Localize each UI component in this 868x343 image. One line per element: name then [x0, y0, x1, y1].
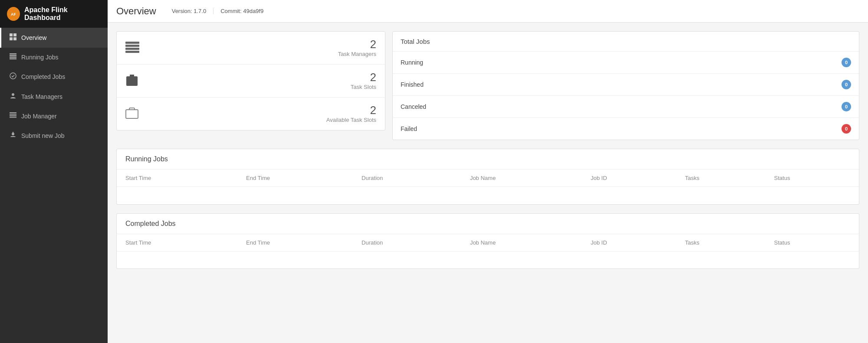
task-managers-value-block: 2 Task Managers: [338, 39, 376, 57]
page-title: Overview: [116, 6, 156, 17]
col-job-name-completed: Job Name: [461, 234, 582, 252]
col-end-time-completed: End Time: [237, 234, 353, 252]
svg-rect-6: [10, 53, 16, 55]
task-slots-stat-icon: [125, 75, 138, 88]
available-slots-value-block: 2 Available Task Slots: [326, 105, 376, 123]
svg-rect-13: [10, 114, 16, 115]
running-label: Running: [401, 59, 423, 66]
stats-row: 2 Task Managers 2 Task Slots: [116, 31, 859, 140]
sidebar-label-job-manager: Job Manager: [21, 113, 57, 120]
stats-cards: 2 Task Managers 2 Task Slots: [116, 31, 385, 131]
sidebar-item-submit-job[interactable]: Submit new Job: [0, 126, 108, 146]
total-jobs-header: Total Jobs: [393, 32, 859, 52]
col-job-id-completed: Job ID: [582, 234, 676, 252]
canceled-label: Canceled: [401, 103, 426, 110]
job-manager-icon: [9, 112, 17, 120]
stat-card-available-slots: 2 Available Task Slots: [117, 98, 385, 130]
task-slots-count: 2: [351, 72, 376, 83]
running-jobs-section: Running Jobs Start Time End Time Duratio…: [116, 149, 859, 205]
app-title: Apache Flink Dashboard: [24, 6, 101, 22]
version-badge: Version: 1.7.0: [165, 8, 214, 14]
running-jobs-icon: [9, 53, 17, 61]
svg-rect-4: [10, 37, 13, 40]
completed-jobs-title: Completed Jobs: [117, 214, 859, 234]
svg-rect-7: [10, 55, 16, 56]
col-start-time-completed: Start Time: [117, 234, 237, 252]
svg-rect-3: [13, 33, 16, 36]
svg-rect-8: [10, 57, 16, 58]
main-content: Overview Version: 1.7.0 Commit: 49da9f9: [108, 0, 868, 343]
svg-point-11: [12, 93, 14, 96]
svg-rect-18: [125, 42, 139, 44]
sidebar-label-completed-jobs: Completed Jobs: [21, 73, 65, 80]
failed-badge: 0: [842, 124, 851, 134]
completed-jobs-header-row: Start Time End Time Duration Job Name Jo…: [117, 234, 859, 252]
sidebar-item-running-jobs[interactable]: Running Jobs: [0, 48, 108, 67]
app-logo: AF: [7, 7, 20, 21]
task-managers-icon: [9, 92, 17, 101]
svg-rect-23: [130, 75, 134, 77]
submit-job-icon: [9, 131, 17, 140]
stat-card-task-slots: 2 Task Slots: [117, 65, 385, 98]
svg-text:AF: AF: [11, 12, 16, 16]
svg-rect-9: [10, 58, 16, 59]
col-start-time-running: Start Time: [117, 170, 237, 187]
sidebar-header: AF Apache Flink Dashboard: [0, 0, 108, 28]
sidebar-label-task-managers: Task Managers: [21, 93, 62, 100]
sidebar-label-running-jobs: Running Jobs: [21, 54, 59, 61]
svg-rect-2: [10, 33, 13, 36]
task-managers-count: 2: [338, 39, 376, 50]
sidebar-label-overview: Overview: [21, 34, 46, 41]
running-jobs-table: Start Time End Time Duration Job Name Jo…: [117, 170, 859, 204]
svg-rect-14: [10, 115, 16, 116]
content-area: 2 Task Managers 2 Task Slots: [108, 23, 868, 278]
available-slots-label: Available Task Slots: [326, 117, 376, 123]
sidebar-item-job-manager[interactable]: Job Manager: [0, 107, 108, 126]
commit-badge: Commit: 49da9f9: [214, 8, 270, 14]
svg-rect-21: [125, 51, 139, 53]
sidebar-item-task-managers[interactable]: Task Managers: [0, 87, 108, 107]
jobs-row-running: Running 0: [393, 52, 859, 74]
running-jobs-header-row: Start Time End Time Duration Job Name Jo…: [117, 170, 859, 187]
canceled-badge: 0: [842, 102, 851, 111]
col-duration-completed: Duration: [353, 234, 461, 252]
task-managers-stat-icon: [125, 42, 139, 55]
completed-jobs-empty-row: [117, 251, 859, 268]
running-badge: 0: [842, 58, 851, 67]
running-jobs-empty-row: [117, 187, 859, 204]
svg-rect-19: [125, 45, 139, 47]
col-tasks-running: Tasks: [676, 170, 765, 187]
svg-rect-24: [126, 110, 138, 118]
col-status-running: Status: [766, 170, 859, 187]
finished-badge: 0: [842, 80, 851, 89]
col-status-completed: Status: [766, 234, 859, 252]
svg-rect-22: [126, 76, 138, 86]
sidebar-item-completed-jobs[interactable]: Completed Jobs: [0, 67, 108, 87]
total-jobs-panel: Total Jobs Running 0 Finished 0 Canceled: [392, 31, 859, 140]
running-jobs-title: Running Jobs: [117, 149, 859, 170]
col-job-name-running: Job Name: [461, 170, 582, 187]
completed-jobs-body: [117, 251, 859, 268]
completed-jobs-table: Start Time End Time Duration Job Name Jo…: [117, 234, 859, 269]
col-end-time-running: End Time: [237, 170, 353, 187]
col-duration-running: Duration: [353, 170, 461, 187]
stat-card-task-managers: 2 Task Managers: [117, 32, 385, 65]
sidebar-item-overview[interactable]: Overview: [0, 28, 108, 48]
svg-rect-15: [10, 117, 16, 118]
topbar: Overview Version: 1.7.0 Commit: 49da9f9: [108, 0, 868, 23]
col-tasks-completed: Tasks: [676, 234, 765, 252]
finished-label: Finished: [401, 81, 424, 88]
svg-rect-20: [125, 48, 139, 50]
col-job-id-running: Job ID: [582, 170, 676, 187]
task-slots-label: Task Slots: [351, 84, 376, 90]
running-jobs-body: [117, 187, 859, 204]
available-slots-stat-icon: [125, 108, 138, 121]
overview-icon: [9, 33, 17, 42]
sidebar-label-submit-job: Submit new Job: [21, 132, 65, 139]
task-slots-value-block: 2 Task Slots: [351, 72, 376, 90]
svg-rect-12: [10, 112, 16, 113]
failed-label: Failed: [401, 125, 417, 132]
jobs-row-canceled: Canceled 0: [393, 96, 859, 118]
sidebar: AF Apache Flink Dashboard Overview Runni…: [0, 0, 108, 343]
svg-point-10: [10, 73, 16, 79]
